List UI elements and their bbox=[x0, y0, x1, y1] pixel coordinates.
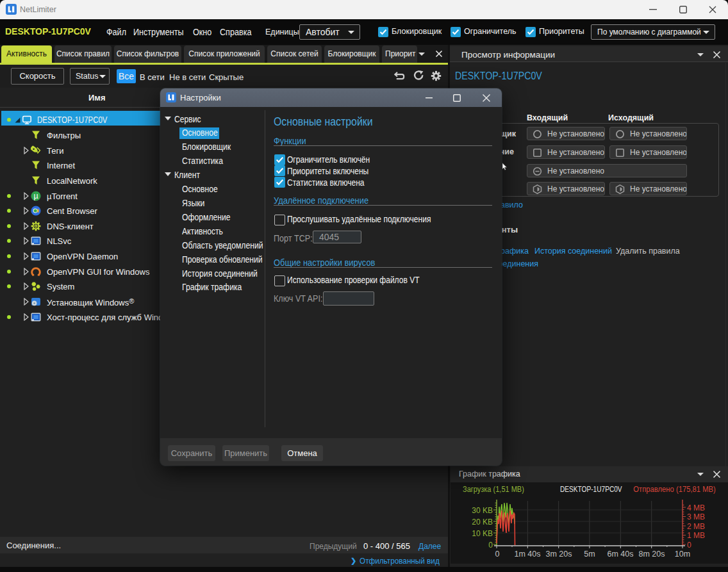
svg-text:8m 20s: 8m 20s bbox=[639, 550, 665, 559]
svg-text:2 MB: 2 MB bbox=[687, 522, 705, 531]
svg-text:0: 0 bbox=[495, 550, 500, 559]
svg-text:5m: 5m bbox=[584, 550, 595, 559]
svg-text:10 KB: 10 KB bbox=[472, 529, 493, 538]
svg-text:3 MB: 3 MB bbox=[687, 512, 705, 521]
svg-text:1 MB: 1 MB bbox=[687, 531, 705, 540]
svg-text:4 MB: 4 MB bbox=[687, 503, 705, 512]
svg-text:20 KB: 20 KB bbox=[472, 518, 493, 527]
svg-text:µ: µ bbox=[33, 192, 38, 200]
svg-text:6m 40s: 6m 40s bbox=[608, 550, 634, 559]
svg-text:0: 0 bbox=[488, 541, 493, 550]
svg-text:30 KB: 30 KB bbox=[472, 506, 493, 515]
svg-text:10m: 10m bbox=[675, 550, 690, 559]
svg-text:1m 40s: 1m 40s bbox=[515, 550, 541, 559]
svg-text:3m 20s: 3m 20s bbox=[546, 550, 572, 559]
svg-text:0: 0 bbox=[687, 541, 691, 550]
